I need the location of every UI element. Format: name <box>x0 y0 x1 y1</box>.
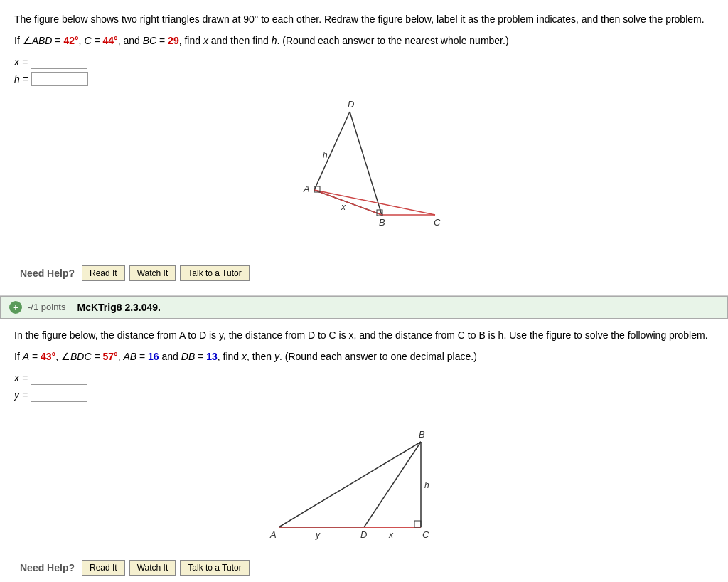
section-header-2: + -/1 points McKTrig8 2.3.049. <box>0 296 728 319</box>
need-help-row-1: Need Help? Read It Watch It Talk to a Tu… <box>14 265 714 281</box>
need-help-row-2: Need Help? Read It Watch It Talk to a Tu… <box>14 560 714 576</box>
diagram-2: B A D C h y x <box>14 413 714 549</box>
x-input-2[interactable] <box>31 371 87 385</box>
label-h: h <box>323 150 328 160</box>
problem-1-section: The figure below shows two right triangl… <box>0 0 728 296</box>
label-b: B <box>379 217 385 228</box>
label-d: D <box>348 99 354 110</box>
read-it-button-1[interactable]: Read It <box>82 265 125 281</box>
label-y: y <box>315 530 321 540</box>
problem-2-intro: In the figure below, the distance from A… <box>14 327 714 343</box>
read-it-button-2[interactable]: Read It <box>82 560 125 576</box>
problem-1-intro: The figure below shows two right triangl… <box>14 11 714 27</box>
need-help-label-1: Need Help? <box>20 268 75 279</box>
diagram-1-svg: D A B C h x <box>272 97 456 254</box>
svg-line-2 <box>350 112 382 215</box>
label-a-2: A <box>269 529 277 540</box>
x-label-2: x = <box>14 372 28 383</box>
h-input[interactable] <box>31 72 88 86</box>
problem-2-condition: If A = 43°, ∠BDC = 57°, AB = 16 and DB =… <box>14 349 714 364</box>
points-label: -/1 points <box>28 302 65 312</box>
problem-id-2: McKTrig8 2.3.049. <box>77 302 161 313</box>
svg-line-10 <box>364 442 421 527</box>
label-b-2: B <box>419 429 425 440</box>
problem-1-condition: If ∠ABD = 42°, C = 44°, and BC = 29, fin… <box>14 33 714 48</box>
label-c-2: C <box>422 529 429 540</box>
label-h-2: h <box>424 480 429 490</box>
talk-to-tutor-button-1[interactable]: Talk to a Tutor <box>180 265 249 281</box>
need-help-label-2: Need Help? <box>20 562 75 573</box>
watch-it-button-2[interactable]: Watch It <box>129 560 176 576</box>
talk-to-tutor-button-2[interactable]: Talk to a Tutor <box>180 560 249 576</box>
label-x: x <box>341 202 346 212</box>
x-input-row-2: x = <box>14 371 714 385</box>
svg-line-8 <box>279 442 421 527</box>
diagram-1: D A B C h x <box>14 97 714 254</box>
diagram-2-svg: B A D C h y x <box>264 413 464 549</box>
svg-line-0 <box>314 112 350 190</box>
x-input[interactable] <box>31 55 87 69</box>
h-label: h = <box>14 73 28 85</box>
y-label: y = <box>14 389 28 401</box>
y-input-row: y = <box>14 388 714 402</box>
label-a: A <box>303 184 310 194</box>
watch-it-button-1[interactable]: Watch It <box>129 265 176 281</box>
label-x-2: x <box>388 530 394 540</box>
problem-2-section: + -/1 points McKTrig8 2.3.049. In the fi… <box>0 296 728 582</box>
y-input[interactable] <box>31 388 87 402</box>
svg-rect-14 <box>414 521 421 527</box>
label-d-2: D <box>360 529 367 540</box>
label-c: C <box>434 217 441 228</box>
h-input-row: h = <box>14 72 714 86</box>
x-input-row: x = <box>14 55 714 69</box>
x-label: x = <box>14 56 28 68</box>
svg-line-5 <box>314 190 382 215</box>
plus-icon: + <box>9 301 22 314</box>
